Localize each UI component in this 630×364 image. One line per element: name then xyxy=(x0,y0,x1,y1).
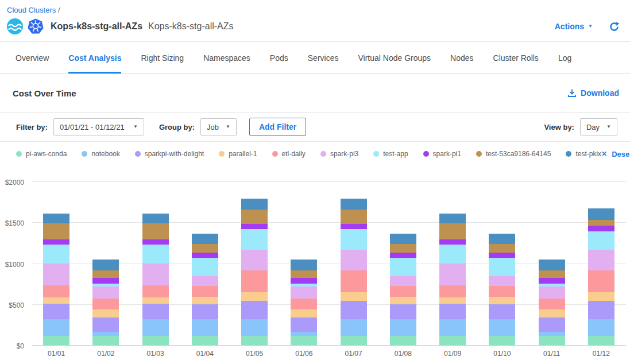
bar-segment-notebook[interactable] xyxy=(539,332,565,336)
bar-segment-test-pkix[interactable] xyxy=(390,234,416,245)
bar-segment-etl-daily[interactable] xyxy=(489,286,515,297)
bar-segment-parallel-1[interactable] xyxy=(192,297,218,304)
bar-segment-sparkpi-with-delight[interactable] xyxy=(142,304,169,319)
bar-segment-test-app[interactable] xyxy=(341,229,367,250)
bar-01-07[interactable] xyxy=(341,199,367,346)
bar-segment-test-pkix[interactable] xyxy=(539,260,565,270)
bar-segment-pi-aws-conda[interactable] xyxy=(390,336,416,346)
bar-segment-spark-pi1[interactable] xyxy=(539,278,565,284)
bar-segment-notebook[interactable] xyxy=(588,319,614,336)
bar-segment-pi-aws-conda[interactable] xyxy=(142,336,169,346)
legend-item-etl-daily[interactable]: etl-daily xyxy=(272,150,306,158)
breadcrumb-cloud-clusters-link[interactable]: Cloud Clusters xyxy=(7,6,56,14)
bar-segment-etl-daily[interactable] xyxy=(439,285,466,297)
bar-segment-parallel-1[interactable] xyxy=(142,297,169,304)
bar-segment-pi-aws-conda[interactable] xyxy=(588,336,614,346)
bar-segment-spark-pi3[interactable] xyxy=(539,286,565,299)
bar-segment-parallel-1[interactable] xyxy=(291,309,317,317)
bar-segment-test-app[interactable] xyxy=(241,229,268,250)
bar-segment-pi-aws-conda[interactable] xyxy=(489,336,515,346)
bar-01-11[interactable] xyxy=(539,260,565,346)
bar-segment-notebook[interactable] xyxy=(439,319,466,336)
bar-segment-pi-aws-conda[interactable] xyxy=(241,336,268,346)
deselect-all-button[interactable]: ✕ Deselect All xyxy=(601,150,630,158)
legend-item-pi-aws-conda[interactable]: pi-aws-conda xyxy=(16,150,67,158)
bar-segment-spark-pi3[interactable] xyxy=(588,250,614,270)
bar-segment-test-53ca9186-64145[interactable] xyxy=(341,210,367,224)
bar-segment-test-app[interactable] xyxy=(489,258,515,276)
bar-segment-test-app[interactable] xyxy=(43,245,69,264)
bar-segment-spark-pi3[interactable] xyxy=(192,276,218,286)
bar-segment-spark-pi1[interactable] xyxy=(489,253,515,258)
bar-segment-notebook[interactable] xyxy=(241,319,268,336)
bar-01-04[interactable] xyxy=(192,234,218,346)
bar-segment-spark-pi3[interactable] xyxy=(489,276,515,286)
bar-segment-test-53ca9186-64145[interactable] xyxy=(539,270,565,278)
bar-segment-test-pkix[interactable] xyxy=(489,234,515,245)
bar-segment-test-53ca9186-64145[interactable] xyxy=(439,223,466,239)
bar-segment-notebook[interactable] xyxy=(341,319,367,336)
bar-segment-sparkpi-with-delight[interactable] xyxy=(192,304,218,319)
bar-segment-spark-pi1[interactable] xyxy=(439,239,466,245)
bar-segment-test-app[interactable] xyxy=(439,245,466,264)
bar-segment-test-53ca9186-64145[interactable] xyxy=(291,270,317,278)
bar-segment-parallel-1[interactable] xyxy=(43,297,69,304)
bar-segment-notebook[interactable] xyxy=(192,319,218,336)
bar-segment-etl-daily[interactable] xyxy=(341,270,367,292)
refresh-button[interactable] xyxy=(609,21,620,32)
bar-segment-test-pkix[interactable] xyxy=(241,199,268,210)
bar-segment-etl-daily[interactable] xyxy=(92,299,119,309)
download-button[interactable]: Download xyxy=(567,88,619,98)
tab-cost-analysis[interactable]: Cost Analysis xyxy=(68,42,121,73)
bar-01-08[interactable] xyxy=(390,234,416,346)
tab-cluster-rolls[interactable]: Cluster Rolls xyxy=(493,42,539,73)
bar-segment-test-53ca9186-64145[interactable] xyxy=(43,223,69,239)
legend-item-test-53ca9186-64145[interactable]: test-53ca9186-64145 xyxy=(476,150,551,158)
bar-segment-etl-daily[interactable] xyxy=(241,270,268,292)
bar-segment-sparkpi-with-delight[interactable] xyxy=(588,301,614,320)
bar-segment-test-53ca9186-64145[interactable] xyxy=(192,244,218,252)
bar-01-03[interactable] xyxy=(142,214,169,346)
bar-01-10[interactable] xyxy=(489,234,515,346)
bar-01-09[interactable] xyxy=(439,214,466,346)
bar-segment-sparkpi-with-delight[interactable] xyxy=(341,301,367,320)
bar-segment-spark-pi1[interactable] xyxy=(588,226,614,231)
bar-segment-parallel-1[interactable] xyxy=(390,297,416,304)
tab-services[interactable]: Services xyxy=(308,42,339,73)
bar-segment-spark-pi3[interactable] xyxy=(439,264,466,285)
legend-item-test-pkix[interactable]: test-pkix xyxy=(566,150,601,158)
view-by-dropdown[interactable]: Day ▼ xyxy=(580,118,617,135)
bar-segment-sparkpi-with-delight[interactable] xyxy=(539,317,565,332)
bar-01-12[interactable] xyxy=(588,208,614,346)
tab-pods[interactable]: Pods xyxy=(270,42,288,73)
legend-item-test-app[interactable]: test-app xyxy=(373,150,408,158)
bar-01-02[interactable] xyxy=(92,260,119,346)
bar-segment-test-pkix[interactable] xyxy=(192,234,218,245)
bar-segment-test-53ca9186-64145[interactable] xyxy=(241,210,268,224)
bar-segment-parallel-1[interactable] xyxy=(341,292,367,300)
tab-log[interactable]: Log xyxy=(558,42,571,73)
bar-segment-spark-pi1[interactable] xyxy=(291,278,317,284)
bar-segment-spark-pi3[interactable] xyxy=(142,264,169,285)
bar-segment-spark-pi1[interactable] xyxy=(192,253,218,258)
bar-segment-test-app[interactable] xyxy=(588,231,614,250)
bar-segment-pi-aws-conda[interactable] xyxy=(192,336,218,346)
bar-segment-notebook[interactable] xyxy=(291,332,317,336)
bar-segment-test-53ca9186-64145[interactable] xyxy=(489,244,515,252)
bar-segment-parallel-1[interactable] xyxy=(489,297,515,304)
tab-nodes[interactable]: Nodes xyxy=(450,42,473,73)
actions-button[interactable]: Actions ▼ xyxy=(555,22,593,31)
bar-segment-test-pkix[interactable] xyxy=(43,214,69,223)
bar-segment-etl-daily[interactable] xyxy=(539,299,565,309)
bar-segment-sparkpi-with-delight[interactable] xyxy=(390,304,416,319)
bar-segment-spark-pi3[interactable] xyxy=(390,276,416,286)
bar-segment-etl-daily[interactable] xyxy=(390,286,416,297)
legend-item-spark-pi3[interactable]: spark-pi3 xyxy=(320,150,358,158)
bar-segment-spark-pi1[interactable] xyxy=(241,224,268,229)
bar-segment-spark-pi3[interactable] xyxy=(341,250,367,270)
legend-item-sparkpi-with-delight[interactable]: sparkpi-with-delight xyxy=(135,150,204,158)
bar-segment-test-app[interactable] xyxy=(142,245,169,264)
bar-segment-parallel-1[interactable] xyxy=(439,297,466,304)
bar-segment-parallel-1[interactable] xyxy=(241,292,268,300)
bar-segment-sparkpi-with-delight[interactable] xyxy=(43,304,69,319)
